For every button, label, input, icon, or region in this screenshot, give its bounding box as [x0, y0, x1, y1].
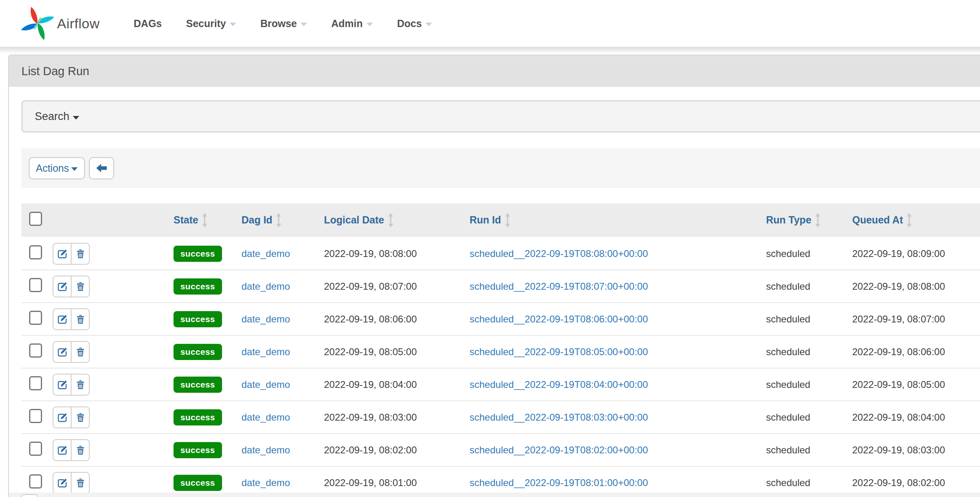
panel-body: Search Actions State Dag Id [9, 87, 980, 497]
back-button[interactable] [89, 157, 114, 179]
sort-up-down-icon[interactable] [505, 213, 510, 227]
row-checkbox[interactable] [29, 474, 42, 489]
nav-item-security[interactable]: Security [186, 18, 236, 29]
nav-item-label: Docs [397, 18, 422, 29]
page-title: List Dag Run [21, 65, 89, 78]
edit-record-button[interactable] [53, 276, 72, 297]
run-type-cell: scheduled [760, 379, 846, 390]
trash-icon [75, 478, 86, 488]
delete-record-button[interactable] [72, 375, 89, 395]
actions-toolbar: Actions [21, 148, 980, 188]
run-id-link[interactable]: scheduled__2022-09-19T08:08:00+00:00 [470, 248, 648, 259]
dag-id-link[interactable]: date_demo [241, 477, 290, 488]
delete-record-button[interactable] [72, 407, 89, 428]
caret-down-icon [301, 23, 307, 26]
nav-item-browse[interactable]: Browse [260, 18, 307, 29]
edit-record-button[interactable] [53, 342, 72, 362]
sort-up-down-icon[interactable] [388, 213, 394, 227]
nav-item-docs[interactable]: Docs [397, 18, 432, 29]
actions-button-label: Actions [36, 162, 69, 174]
actions-dropdown-button[interactable]: Actions [29, 157, 85, 179]
column-header-queued-at[interactable]: Queued At [852, 213, 912, 227]
column-header-state[interactable]: State [174, 213, 207, 227]
edit-record-button[interactable] [53, 473, 72, 493]
delete-record-button[interactable] [72, 276, 89, 297]
dag-id-link[interactable]: date_demo [241, 412, 290, 423]
column-header-run-id[interactable]: Run Id [470, 213, 510, 227]
row-checkbox[interactable] [29, 376, 42, 390]
nav-item-label: Admin [331, 18, 363, 29]
select-all-checkbox[interactable] [29, 212, 42, 226]
run-id-link[interactable]: scheduled__2022-09-19T08:05:00+00:00 [470, 346, 648, 357]
delete-record-button[interactable] [72, 473, 89, 493]
row-checkbox[interactable] [29, 442, 42, 456]
run-id-link[interactable]: scheduled__2022-09-19T08:01:00+00:00 [470, 477, 648, 488]
airflow-logo-icon [21, 6, 55, 41]
sort-up-down-icon[interactable] [815, 213, 821, 227]
sort-up-down-icon[interactable] [202, 213, 207, 227]
airflow-brand[interactable]: Airflow [21, 6, 100, 41]
edit-record-button[interactable] [53, 244, 72, 264]
nav-item-admin[interactable]: Admin [331, 18, 373, 29]
sort-up-down-icon[interactable] [276, 213, 282, 227]
edit-record-button[interactable] [53, 440, 72, 460]
navbar: Airflow DAGs Security Browse Admin Docs [0, 0, 980, 47]
column-header-run-type[interactable]: Run Type [766, 213, 821, 227]
table-header-row: State Dag Id Logical Date Run Id Run Typ… [21, 203, 980, 237]
dag-id-link[interactable]: date_demo [241, 444, 290, 455]
run-id-link[interactable]: scheduled__2022-09-19T08:06:00+00:00 [470, 314, 648, 324]
row-checkbox[interactable] [29, 278, 42, 292]
dag-id-link[interactable]: date_demo [241, 281, 290, 292]
logical-date-cell: 2022-09-19, 08:05:00 [317, 346, 463, 358]
run-id-link[interactable]: scheduled__2022-09-19T08:02:00+00:00 [470, 444, 648, 455]
row-checkbox[interactable] [29, 245, 42, 259]
logical-date-cell: 2022-09-19, 08:07:00 [317, 281, 463, 292]
queued-at-cell: 2022-09-19, 08:08:00 [846, 281, 980, 292]
search-accordion-toggle[interactable]: Search [21, 100, 980, 133]
edit-record-button[interactable] [53, 375, 72, 395]
dag-id-link[interactable]: date_demo [241, 379, 290, 390]
sort-up-down-icon[interactable] [906, 213, 912, 227]
edit-record-button[interactable] [53, 309, 72, 329]
table-footer-strip [9, 493, 980, 497]
logical-date-cell: 2022-09-19, 08:04:00 [317, 379, 463, 390]
arrow-left-icon [95, 162, 108, 175]
trash-icon [75, 412, 86, 423]
dag-run-table: State Dag Id Logical Date Run Id Run Typ… [21, 203, 980, 497]
queued-at-cell: 2022-09-19, 08:06:00 [846, 346, 980, 358]
dag-id-link[interactable]: date_demo [241, 248, 290, 259]
delete-record-button[interactable] [72, 440, 89, 460]
logical-date-cell: 2022-09-19, 08:06:00 [317, 314, 463, 325]
delete-record-button[interactable] [72, 244, 89, 264]
row-checkbox[interactable] [29, 409, 42, 423]
table-row: success date_demo 2022-09-19, 08:05:00 s… [21, 336, 980, 369]
navbar-shadow [0, 47, 980, 53]
column-header-logical-date[interactable]: Logical Date [324, 213, 394, 227]
table-row: success date_demo 2022-09-19, 08:07:00 s… [21, 270, 980, 303]
caret-down-icon [71, 167, 78, 171]
pencil-square-icon [57, 379, 68, 390]
pencil-square-icon [57, 412, 68, 423]
delete-record-button[interactable] [72, 342, 89, 362]
dag-id-link[interactable]: date_demo [241, 314, 290, 324]
state-badge: success [174, 278, 222, 295]
nav-menu: DAGs Security Browse Admin Docs [134, 18, 456, 29]
nav-item-label: Browse [260, 18, 297, 29]
pagination-button[interactable] [21, 494, 38, 497]
run-type-cell: scheduled [760, 444, 846, 456]
delete-record-button[interactable] [72, 309, 89, 329]
row-checkbox[interactable] [29, 343, 42, 358]
dag-id-link[interactable]: date_demo [241, 346, 290, 357]
queued-at-cell: 2022-09-19, 08:02:00 [846, 477, 980, 489]
run-id-link[interactable]: scheduled__2022-09-19T08:04:00+00:00 [470, 379, 648, 390]
pencil-square-icon [57, 445, 68, 455]
column-header-dag-id[interactable]: Dag Id [241, 213, 282, 227]
row-checkbox[interactable] [29, 311, 42, 325]
nav-item-dags[interactable]: DAGs [134, 18, 162, 29]
run-id-link[interactable]: scheduled__2022-09-19T08:07:00+00:00 [470, 281, 648, 292]
trash-icon [75, 379, 86, 390]
airflow-list-dag-run-page: Airflow DAGs Security Browse Admin Docs [0, 0, 980, 497]
pencil-square-icon [57, 248, 68, 259]
edit-record-button[interactable] [53, 407, 72, 428]
run-id-link[interactable]: scheduled__2022-09-19T08:03:00+00:00 [470, 412, 648, 423]
